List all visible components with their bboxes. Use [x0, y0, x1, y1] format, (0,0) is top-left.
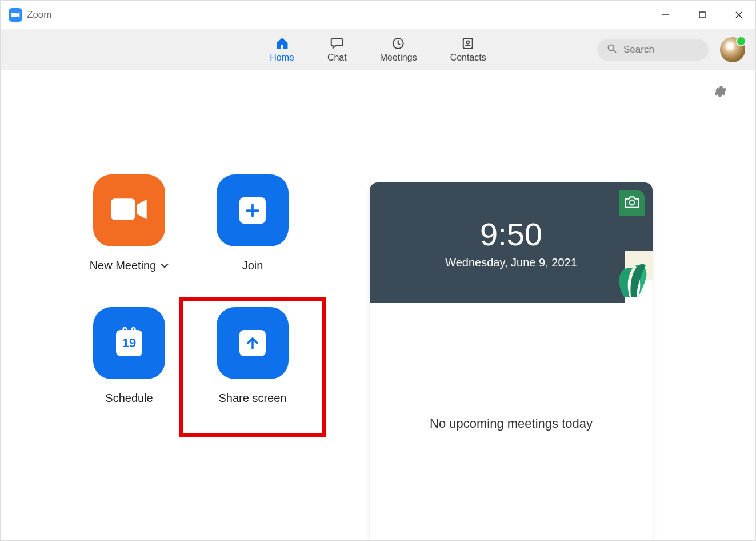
- titlebar-left: Zoom: [9, 8, 51, 22]
- nav-tab-label: Chat: [327, 53, 347, 63]
- no-meetings-text: No upcoming meetings today: [430, 416, 593, 431]
- search-input[interactable]: [623, 44, 699, 55]
- svg-rect-10: [111, 198, 135, 220]
- arrow-up-icon: [239, 330, 266, 356]
- current-date: Wednesday, June 9, 2021: [445, 256, 577, 269]
- svg-rect-16: [625, 280, 653, 303]
- change-background-button[interactable]: [619, 190, 645, 216]
- share-screen-button[interactable]: [217, 307, 289, 379]
- video-icon: [111, 197, 147, 224]
- action-join: Join: [194, 174, 311, 295]
- contacts-icon: [460, 37, 476, 50]
- plant-decoration: [584, 234, 653, 303]
- nav-tab-label: Home: [270, 53, 294, 63]
- new-meeting-label-row: New Meeting: [90, 259, 169, 272]
- search-box[interactable]: [597, 39, 709, 61]
- content-area: New Meeting Join 19: [1, 70, 755, 540]
- action-label: New Meeting: [90, 259, 157, 272]
- chat-icon: [329, 37, 345, 50]
- nav-tab-label: Meetings: [380, 53, 417, 63]
- action-new-meeting: New Meeting: [70, 174, 188, 295]
- action-label: Join: [242, 259, 263, 272]
- action-share-screen-highlighted: Share screen: [179, 297, 326, 437]
- calendar-icon: 19: [116, 330, 142, 356]
- svg-point-7: [467, 41, 470, 43]
- svg-point-13: [123, 328, 127, 331]
- nav-tabs: Home Chat Meetings Contacts: [270, 37, 486, 63]
- close-button[interactable]: [729, 7, 749, 23]
- action-grid: New Meeting Join 19: [70, 174, 311, 427]
- camera-icon: [625, 196, 639, 210]
- action-label: Schedule: [105, 392, 153, 405]
- svg-point-8: [608, 45, 614, 50]
- panel-header: 9:50 Wednesday, June 9, 2021: [370, 182, 653, 303]
- panel-body: No upcoming meetings today: [370, 303, 653, 541]
- zoom-app-icon: [9, 8, 22, 22]
- chevron-down-icon[interactable]: [161, 261, 169, 271]
- svg-rect-0: [11, 13, 17, 17]
- main-navbar: Home Chat Meetings Contacts: [1, 29, 755, 70]
- nav-tab-chat[interactable]: Chat: [327, 37, 347, 63]
- window-titlebar: Zoom: [1, 1, 755, 29]
- svg-line-9: [614, 50, 616, 52]
- minimize-button[interactable]: [656, 7, 675, 23]
- nav-tab-home[interactable]: Home: [270, 37, 294, 63]
- join-button[interactable]: [217, 174, 289, 246]
- window-title: Zoom: [27, 9, 51, 21]
- window-controls: [656, 7, 749, 23]
- search-icon: [606, 43, 618, 57]
- calendar-day: 19: [122, 336, 136, 351]
- clock-icon: [390, 37, 406, 50]
- svg-rect-17: [625, 251, 653, 280]
- svg-rect-2: [699, 12, 705, 18]
- maximize-button[interactable]: [693, 7, 712, 23]
- new-meeting-button[interactable]: [93, 174, 165, 246]
- nav-tab-meetings[interactable]: Meetings: [380, 37, 417, 63]
- nav-tab-contacts[interactable]: Contacts: [450, 37, 486, 63]
- nav-right: [597, 37, 745, 62]
- settings-button[interactable]: [713, 84, 728, 101]
- plus-icon: [239, 197, 266, 224]
- current-time: 9:50: [480, 216, 542, 253]
- info-panel: 9:50 Wednesday, June 9, 2021 No upcoming…: [370, 182, 653, 541]
- nav-tab-label: Contacts: [450, 53, 486, 63]
- action-label: Share screen: [219, 392, 287, 405]
- svg-point-14: [132, 328, 135, 331]
- svg-point-15: [630, 200, 635, 205]
- home-icon: [274, 37, 290, 50]
- action-schedule: 19 Schedule: [70, 307, 188, 427]
- user-avatar[interactable]: [720, 37, 745, 62]
- schedule-button[interactable]: 19: [93, 307, 165, 379]
